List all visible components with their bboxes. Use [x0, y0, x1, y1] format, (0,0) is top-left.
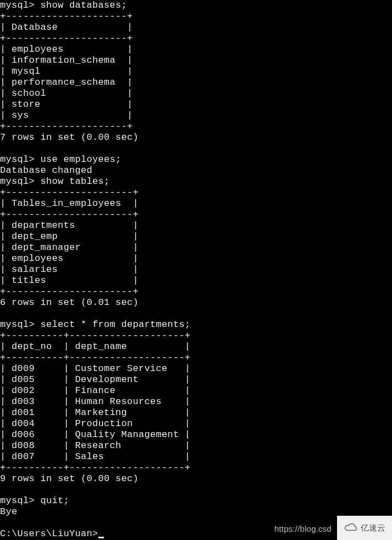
terminal-output[interactable]: mysql> show databases; +----------------… [0, 0, 392, 539]
watermark-brand: 亿速云 [361, 523, 385, 533]
watermark-badge: 亿速云 [337, 516, 392, 540]
watermark-url: https://blog.csd [274, 524, 332, 533]
cursor [98, 537, 104, 538]
cloud-icon [344, 523, 357, 533]
